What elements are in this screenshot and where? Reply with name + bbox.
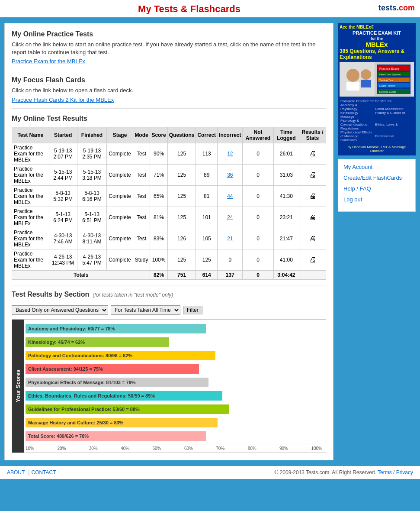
table-cell[interactable]: 🖨 [299,228,326,249]
filter-button[interactable]: Filter [183,306,202,314]
stats-icon[interactable]: 🖨 [309,171,316,178]
table-cell: 125 [167,164,196,185]
table-cell[interactable]: 0 [243,228,273,249]
chart-bar-row: Pathology and Contraindications: 80/98 =… [26,350,322,361]
table-cell: 5-15-13 3:18 PM [77,164,107,185]
ad-author: by Donovan Monroe, LMT & Massage Educato… [340,144,414,154]
totals-cell [299,270,326,279]
axis-label: 50% [153,446,161,451]
sidebar-nav-link[interactable]: Log out [343,196,410,203]
svg-text:Exam Review: Exam Review [379,84,395,87]
stats-icon[interactable]: 🖨 [309,235,316,242]
page-title: My Tests & Flashcards [138,3,240,14]
table-cell: Study [133,249,150,270]
by-section-heading: Test Results by Section [12,291,89,298]
table-cell: Practice Exam for the MBLEx [12,228,49,249]
stats-icon[interactable]: 🖨 [309,150,316,157]
totals-cell: 82% [150,270,167,279]
table-row: Practice Exam for the MBLEx4-30-13 7:46 … [12,228,326,249]
flashcards-heading: My Focus Flash Cards [12,76,326,84]
table-cell: 126 [167,228,196,249]
table-cell: Complete [107,185,133,207]
table-header: Started [49,127,77,143]
table-header: Results / Stats [299,127,326,143]
table-row: Practice Exam for the MBLEx5-1-13 6:24 P… [12,207,326,228]
footer-link[interactable]: ABOUT [7,469,25,475]
table-header: Incorrect [218,127,243,143]
svg-text:Testing Tips: Testing Tips [379,79,393,81]
table-cell: Complete [107,249,133,270]
table-cell[interactable]: 0 [243,185,273,207]
svg-text:Practice Exam: Practice Exam [379,67,399,70]
table-header: Stage [107,127,133,143]
table-cell[interactable]: 12 [218,143,243,164]
flashcards-link[interactable]: Practice Flash Cards 2 Kit for the MBLEx [12,97,114,103]
footer-privacy-link[interactable]: Privacy [396,469,413,475]
table-cell[interactable]: 🖨 [299,249,326,270]
table-cell[interactable]: 🖨 [299,143,326,164]
table-cell: 125 [196,249,218,270]
totals-cell: 751 [167,270,196,279]
table-cell[interactable]: 0 [243,207,273,228]
sidebar-nav-link[interactable]: Create/Edit FlashCards [343,175,410,181]
stats-icon[interactable]: 🖨 [309,256,316,263]
table-header: Score [150,127,167,143]
totals-cell: 137 [218,270,243,279]
table-cell: Complete [107,164,133,185]
table-cell[interactable]: 21 [218,228,243,249]
table-cell: 71% [150,164,167,185]
table-cell: 5-1-13 6:24 PM [49,207,77,228]
stats-icon[interactable]: 🖨 [309,192,316,200]
table-cell: Practice Exam for the MBLEx [12,143,49,164]
table-cell[interactable]: 🖨 [299,185,326,207]
ad-kit-label: PRACTICE EXAM KITfor theMBLEx [340,30,414,48]
table-cell: 101 [196,207,218,228]
table-cell[interactable]: 24 [218,207,243,228]
axis-label: 30% [89,446,98,451]
table-cell: 5-19-13 2:07 PM [49,143,77,164]
chart-bar: Massage History and Culture: 25/30 = 83% [26,418,218,427]
svg-point-4 [361,69,371,80]
table-cell[interactable]: 0 [243,164,273,185]
table-cell: 4-26-13 12:43 PM [49,249,77,270]
table-cell[interactable]: 36 [218,164,243,185]
table-cell: 4-30-13 7:46 AM [49,228,77,249]
sidebar-nav-link[interactable]: My Account [343,164,410,170]
table-cell: 5-1-13 6:51 PM [77,207,107,228]
table-cell: 105 [196,228,218,249]
table-header: Not Answered [243,127,273,143]
filter-answered-select[interactable]: Based Only on Answered QuestionsIncludin… [12,305,108,315]
table-cell: 81% [150,207,167,228]
svg-rect-3 [346,82,359,91]
chart-y-label: Your Scores [12,320,24,453]
table-cell[interactable]: 🖨 [299,207,326,228]
practice-tests-link[interactable]: Practice Exam for the MBLEx [12,58,85,65]
ad-questions: 385 Questions, Answers & Explanations [340,48,414,60]
footer-link[interactable]: CONTACT [31,469,56,475]
ad-title: Ace the MBLEx® [340,25,414,29]
table-cell[interactable]: 🖨 [299,164,326,185]
results-table: Test NameStartedFinishedStageModeScoreQu… [12,127,326,280]
footer-copyright: © 2009-2013 Tests.com. All Right Reserve… [274,469,376,475]
table-cell[interactable]: 44 [218,185,243,207]
filter-time-select[interactable]: For Tests Taken All TimeLast 30 DaysLast… [111,305,180,315]
ad-description: Complete Practice for the MBLEx Anatomy … [340,98,414,143]
svg-text:License Guide: License Guide [379,91,396,93]
axis-label: 60% [184,446,193,451]
sidebar-nav: My AccountCreate/Edit FlashCardsHelp / F… [338,159,416,212]
footer-terms-link[interactable]: Terms [378,469,392,475]
table-cell: 90% [150,143,167,164]
sidebar-ad: Ace the MBLEx® PRACTICE EXAM KITfor theM… [338,23,416,155]
sidebar-nav-link[interactable]: Help / FAQ [343,185,410,192]
table-cell: Practice Exam for the MBLEx [12,207,49,228]
table-cell: Practice Exam for the MBLEx [12,249,49,270]
table-cell: Test [133,185,150,207]
axis-label: 10% [26,446,34,451]
table-cell[interactable]: 0 [243,143,273,164]
table-cell: 41:00 [273,249,299,270]
table-row: Practice Exam for the MBLEx5-15-13 2:44 … [12,164,326,185]
stats-icon[interactable]: 🖨 [309,213,316,221]
totals-cell: Totals [12,270,150,279]
table-cell: Complete [107,228,133,249]
practice-tests-desc: Click on the link below to start an onli… [12,41,326,56]
